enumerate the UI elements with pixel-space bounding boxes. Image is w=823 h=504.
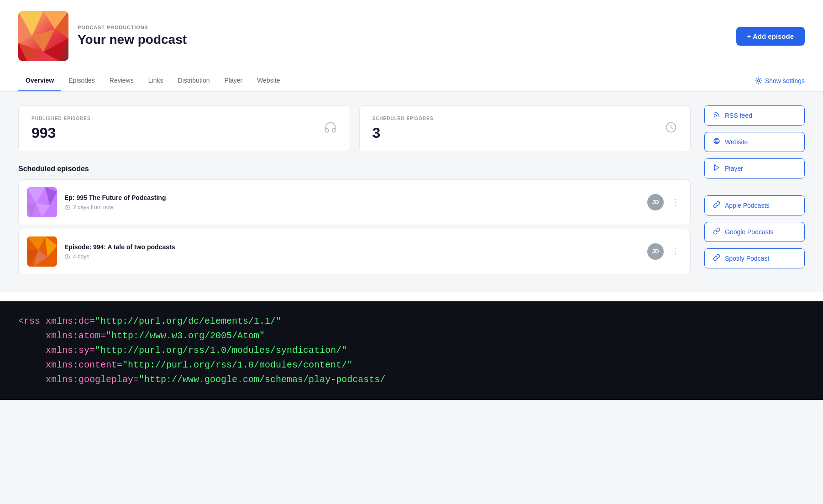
player-label: Player: [725, 165, 743, 172]
episode-info: Episode: 994: A tale of two podcasts 4 d…: [64, 243, 640, 260]
avatar: JD: [647, 194, 664, 210]
play-icon: [713, 164, 720, 173]
episode-thumbnail: [27, 236, 57, 267]
website-button[interactable]: Website: [704, 132, 805, 152]
published-episodes-card: PUBLISHED EPISODES 993: [18, 105, 350, 152]
episode-thumbnail: [27, 187, 57, 217]
right-sidebar: RSS feed Website Playe: [704, 105, 805, 278]
link-icon-3: [713, 254, 720, 263]
link-icon-2: [713, 227, 720, 236]
left-column: PUBLISHED EPISODES 993 SCHEDULED EPISODE…: [18, 105, 691, 278]
code-line-3: xmlns:sy="http://purl.org/rss/1.0/module…: [18, 343, 805, 358]
gear-icon: [755, 77, 762, 84]
tab-reviews[interactable]: Reviews: [102, 70, 141, 91]
clock-icon: [665, 121, 677, 136]
tab-links[interactable]: Links: [141, 70, 171, 91]
tab-overview[interactable]: Overview: [18, 70, 61, 91]
episode-card: Episode: 994: A tale of two podcasts 4 d…: [18, 229, 691, 274]
rss-feed-button[interactable]: RSS feed: [704, 105, 805, 126]
svg-point-24: [714, 116, 715, 117]
show-settings-button[interactable]: Show settings: [755, 77, 805, 84]
code-line-1: <rss xmlns:dc="http://purl.org/dc/elemen…: [18, 314, 805, 329]
sidebar-divider: [704, 187, 805, 187]
tab-player[interactable]: Player: [217, 70, 250, 91]
episode-meta: 4 days: [64, 253, 640, 260]
spotify-podcast-button[interactable]: Spotify Podcast: [704, 248, 805, 268]
code-line-5: xmlns:googleplay="http://www.google.com/…: [18, 373, 805, 387]
navigation-bar: Overview Episodes Reviews Links Distribu…: [0, 70, 823, 92]
episode-title: Ep: 995 The Future of Podcasting: [64, 194, 640, 201]
globe-icon: [713, 137, 720, 147]
scheduled-episodes-card: SCHEDULED EPISODES 3: [359, 105, 691, 152]
google-podcasts-button[interactable]: Google Podcasts: [704, 222, 805, 242]
episodes-list: Ep: 995 The Future of Podcasting 2 days …: [18, 179, 691, 278]
rss-icon: [713, 111, 720, 120]
apple-podcasts-label: Apple Podcasts: [725, 202, 769, 209]
episode-card: Ep: 995 The Future of Podcasting 2 days …: [18, 179, 691, 225]
show-settings-label: Show settings: [765, 77, 805, 84]
tab-distribution[interactable]: Distribution: [170, 70, 217, 91]
link-icon: [713, 201, 720, 210]
rss-feed-label: RSS feed: [725, 112, 752, 119]
podcast-meta: PODCAST PRODUCTIONS Your new podcast: [78, 25, 187, 47]
page-header: PODCAST PRODUCTIONS Your new podcast + A…: [0, 0, 823, 70]
episode-actions: JD ⋮: [647, 243, 682, 260]
published-value: 993: [31, 125, 91, 142]
code-block: <rss xmlns:dc="http://purl.org/dc/elemen…: [0, 301, 823, 400]
nav-tabs: Overview Episodes Reviews Links Distribu…: [18, 70, 288, 91]
podcast-thumbnail: [18, 11, 68, 61]
more-options-button[interactable]: ⋮: [668, 245, 682, 258]
tab-website[interactable]: Website: [250, 70, 287, 91]
clock-small-icon: [64, 205, 70, 210]
svg-marker-26: [714, 165, 718, 170]
apple-podcasts-button[interactable]: Apple Podcasts: [704, 195, 805, 215]
add-episode-button[interactable]: + Add episode: [736, 27, 805, 46]
header-left: PODCAST PRODUCTIONS Your new podcast: [18, 11, 187, 61]
code-line-4: xmlns:content="http://purl.org/rss/1.0/m…: [18, 358, 805, 373]
published-label: PUBLISHED EPISODES: [31, 116, 91, 121]
episode-meta: 2 days from now: [64, 204, 640, 210]
website-label: Website: [725, 138, 748, 146]
episode-actions: JD ⋮: [647, 194, 682, 210]
avatar: JD: [647, 243, 664, 260]
brand-label: PODCAST PRODUCTIONS: [78, 25, 187, 30]
tab-episodes[interactable]: Episodes: [61, 70, 102, 91]
spotify-label: Spotify Podcast: [725, 255, 769, 262]
clock-small-icon: [64, 254, 70, 260]
main-content: PUBLISHED EPISODES 993 SCHEDULED EPISODE…: [0, 92, 823, 292]
scheduled-section-title: Scheduled episodes: [18, 165, 691, 173]
episode-title: Episode: 994: A tale of two podcasts: [64, 243, 640, 251]
google-podcasts-label: Google Podcasts: [725, 228, 774, 236]
code-line-2: xmlns:atom="http://www.w3.org/2005/Atom": [18, 329, 805, 343]
more-options-button[interactable]: ⋮: [668, 195, 682, 209]
player-button[interactable]: Player: [704, 158, 805, 178]
headphones-icon: [324, 121, 337, 136]
scheduled-label: SCHEDULED EPISODES: [372, 116, 434, 121]
episode-info: Ep: 995 The Future of Podcasting 2 days …: [64, 194, 640, 210]
podcast-title: Your new podcast: [78, 32, 187, 47]
scheduled-value: 3: [372, 125, 434, 142]
svg-point-10: [757, 80, 760, 82]
stats-row: PUBLISHED EPISODES 993 SCHEDULED EPISODE…: [18, 105, 691, 152]
